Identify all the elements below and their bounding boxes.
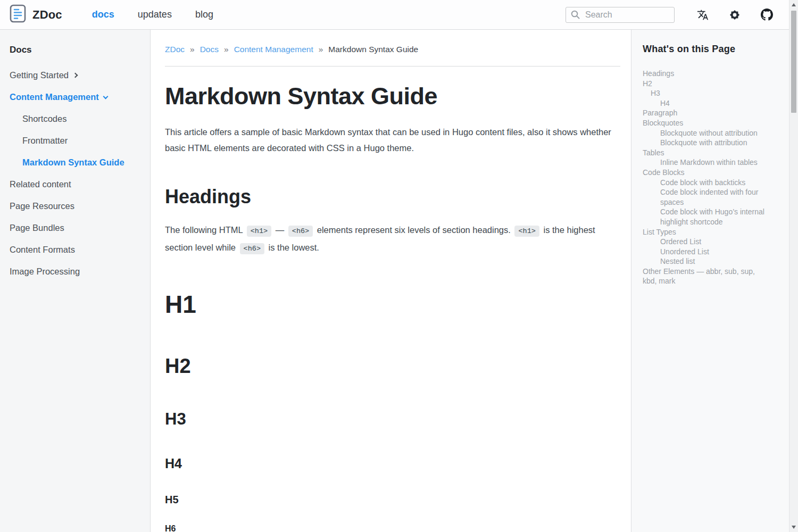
- breadcrumb-separator: »: [319, 45, 323, 54]
- toc-list: HeadingsH2H3H4ParagraphBlockquotesBlockq…: [643, 69, 766, 286]
- toc-item[interactable]: Blockquote with attribution: [643, 138, 766, 148]
- sidebar-item[interactable]: Page Resources: [10, 201, 143, 211]
- toc-item[interactable]: Code block with backticks: [643, 178, 766, 188]
- sample-heading: H2: [165, 355, 620, 378]
- breadcrumb: ZDoc»Docs»Content Management»Markdown Sy…: [165, 45, 620, 54]
- toc-panel: What's on this Page HeadingsH2H3H4Paragr…: [631, 30, 789, 532]
- paragraph-segment: <h1>: [514, 226, 539, 237]
- sidebar-item[interactable]: Markdown Syntax Guide: [10, 157, 143, 168]
- nav-link[interactable]: updates: [138, 9, 172, 20]
- breadcrumb-link[interactable]: Content Management: [234, 45, 313, 54]
- breadcrumb-item: Markdown Syntax Guide»: [328, 45, 418, 54]
- sample-heading: H6: [165, 524, 620, 532]
- sample-heading: H5: [165, 494, 620, 506]
- toc-item[interactable]: Unordered List: [643, 247, 766, 257]
- sidebar-item-label: Getting Started: [10, 70, 69, 80]
- nav-link[interactable]: blog: [195, 9, 213, 20]
- sample-heading: H4: [165, 456, 620, 471]
- sidebar-item[interactable]: Page Bundles: [10, 223, 143, 233]
- toc-item[interactable]: H3: [643, 88, 766, 98]
- toc-item[interactable]: Blockquote without attribution: [643, 128, 766, 138]
- sidebar-item[interactable]: Image Processing: [10, 267, 143, 277]
- paragraph-segment: <h1>: [247, 226, 271, 237]
- scrollbar-up-button[interactable]: [789, 1, 798, 9]
- docs-sidebar: Docs Getting StartedContent ManagementSh…: [0, 30, 151, 532]
- chevron-icon: [73, 73, 78, 78]
- sample-heading: H1: [165, 290, 620, 319]
- toc-item[interactable]: Paragraph: [643, 108, 766, 118]
- search-box: [566, 7, 675, 23]
- search-input[interactable]: [566, 7, 675, 23]
- paragraph-segment: is the lowest.: [266, 243, 319, 252]
- scrollbar-down-button[interactable]: [789, 523, 798, 531]
- breadcrumb-item: Content Management»: [234, 45, 323, 54]
- headings-paragraph: The following HTML <h1> — <h6> elements …: [165, 222, 616, 257]
- breadcrumb-item: ZDoc»: [165, 45, 195, 54]
- sidebar-item-label: Page Resources: [10, 201, 74, 211]
- sidebar-item[interactable]: Related content: [10, 179, 143, 189]
- page: ZDoc docsupdatesblog: [0, 0, 789, 532]
- toc-item[interactable]: H4: [643, 98, 766, 109]
- sidebar-item-label: Content Management: [10, 92, 99, 102]
- toc-item[interactable]: Code Blocks: [643, 168, 766, 178]
- paragraph-segment: <h6>: [240, 243, 264, 254]
- github-icon: [761, 14, 773, 22]
- sidebar-item[interactable]: Content Management: [10, 92, 143, 102]
- translate-icon: [697, 14, 709, 22]
- toc-item[interactable]: List Types: [643, 227, 766, 237]
- vertical-scrollbar[interactable]: [789, 0, 798, 532]
- toc-item[interactable]: H2: [643, 79, 766, 89]
- toc-item[interactable]: Headings: [643, 69, 766, 79]
- nav-link[interactable]: docs: [92, 9, 114, 20]
- navbar: ZDoc docsupdatesblog: [0, 0, 789, 30]
- page-title: Markdown Syntax Guide: [165, 82, 620, 110]
- toc-item[interactable]: Nested list: [643, 256, 766, 267]
- breadcrumb-link[interactable]: Markdown Syntax Guide: [328, 45, 418, 54]
- navbar-icon-buttons: [697, 9, 773, 21]
- search-icon: [571, 10, 580, 21]
- document-icon: [10, 4, 26, 25]
- theme-settings-button[interactable]: [729, 9, 741, 21]
- toc-item[interactable]: Inline Markdown within tables: [643, 157, 766, 168]
- github-button[interactable]: [761, 9, 773, 21]
- sidebar-item-label: Frontmatter: [22, 136, 68, 146]
- headings-section-title: Headings: [165, 186, 620, 208]
- scrollbar-thumb[interactable]: [791, 11, 796, 113]
- sidebar-item[interactable]: Frontmatter: [10, 136, 143, 146]
- toc-item[interactable]: Other Elements — abbr, sub, sup, kbd, ma…: [643, 267, 766, 286]
- brand-name: ZDoc: [32, 8, 62, 22]
- sidebar-item[interactable]: Content Formats: [10, 245, 143, 255]
- paragraph-segment: —: [273, 225, 287, 235]
- paragraph-segment: The following HTML: [165, 225, 245, 235]
- breadcrumb-link[interactable]: Docs: [200, 45, 219, 54]
- toc-title: What's on this Page: [643, 44, 766, 55]
- sidebar-item[interactable]: Getting Started: [10, 70, 143, 80]
- toc-item[interactable]: Code block indented with four spaces: [643, 187, 766, 207]
- main-row: Docs Getting StartedContent ManagementSh…: [0, 30, 789, 532]
- brand[interactable]: ZDoc: [10, 4, 62, 25]
- arrow-up-icon: [792, 3, 796, 6]
- chevron-icon: [103, 94, 108, 99]
- toc-item[interactable]: Blockquotes: [643, 118, 766, 128]
- article-content: ZDoc»Docs»Content Management»Markdown Sy…: [151, 30, 631, 532]
- gear-icon: [729, 14, 741, 22]
- paragraph-segment: elements represent six levels of section…: [314, 225, 513, 235]
- breadcrumb-link[interactable]: ZDoc: [165, 45, 185, 54]
- breadcrumb-separator: »: [190, 45, 195, 54]
- sidebar-item-label: Content Formats: [10, 245, 75, 255]
- sidebar-item-label: Markdown Syntax Guide: [22, 157, 124, 168]
- sidebar-item[interactable]: Shortcodes: [10, 114, 143, 124]
- navbar-right: [566, 7, 773, 23]
- language-button[interactable]: [697, 9, 709, 21]
- toc-item[interactable]: Ordered List: [643, 237, 766, 247]
- sidebar-item-label: Shortcodes: [22, 114, 66, 124]
- sidebar-item-label: Image Processing: [10, 267, 80, 277]
- paragraph-segment: <h6>: [288, 226, 313, 237]
- arrow-down-icon: [792, 526, 796, 529]
- breadcrumb-separator: »: [224, 45, 229, 54]
- toc-item[interactable]: Code block with Hugo’s internal highligh…: [643, 207, 766, 227]
- breadcrumb-divider: [165, 66, 620, 66]
- sample-heading: H3: [165, 410, 620, 429]
- sidebar-item-label: Related content: [10, 179, 71, 189]
- toc-item[interactable]: Tables: [643, 148, 766, 158]
